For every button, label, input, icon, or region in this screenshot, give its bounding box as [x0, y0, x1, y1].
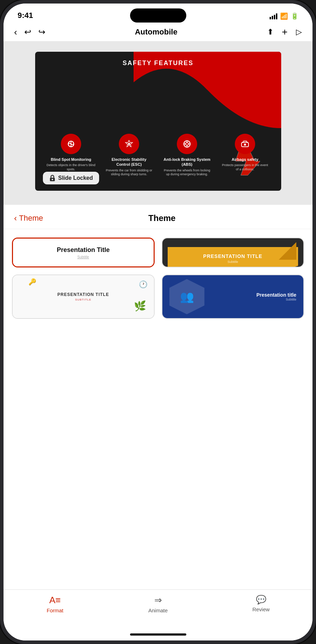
slide-locked-label: Slide Locked: [58, 175, 93, 181]
animate-label: Animate: [148, 607, 168, 613]
slide-feature-desc-0: Detects objects in the driver's blind sp…: [46, 163, 96, 171]
svg-point-4: [186, 143, 188, 145]
slide-feature-title-1: Electronic Stability Control (ESC): [104, 157, 154, 167]
redo-button[interactable]: ↪: [38, 27, 45, 37]
slide-features-row: Blind Spot Monitoring Detects objects in…: [35, 134, 281, 177]
whitepaper-subtitle: Subtitle: [77, 255, 89, 259]
svg-point-2: [128, 143, 130, 145]
whitepaper-label: Whitepaper: [13, 266, 154, 267]
svg-point-12: [52, 179, 53, 180]
nature-clock-icon: 🕐: [139, 280, 148, 289]
phone-frame: 9:41 📶 🔋 ‹ ↩ ↪ Automobile ⬆: [0, 0, 316, 644]
origami-title: PRESENTATION TITLE: [203, 253, 262, 259]
slide-wrapper: SAFETY FEATURES: [35, 52, 281, 191]
play-button[interactable]: ▷: [296, 27, 302, 37]
back-button[interactable]: ‹: [14, 27, 17, 38]
nav-left: ‹ ↩ ↪: [14, 27, 45, 38]
origami-label: Origami: [162, 267, 304, 267]
slide-feature-icon-2: [177, 134, 197, 154]
corp-people-icon: 👥: [180, 290, 194, 303]
whitepaper-preview: Presentation Title Subtitle: [13, 239, 154, 266]
nav-right: ⬆ + ▷: [267, 26, 302, 38]
battery-icon: 🔋: [291, 12, 298, 20]
main-content: SAFETY FEATURES: [4, 41, 312, 589]
chevron-left-icon: ‹: [14, 213, 17, 223]
slide-feature-3: Airbags safety Protects passengers in th…: [220, 134, 270, 177]
theme-card-whitepaper[interactable]: Presentation Title Subtitle Whitepaper: [12, 238, 155, 267]
theme-card-origami[interactable]: PRESENTATION TITLE Subtitle Origami: [162, 238, 304, 267]
slide-feature-1: Electronic Stability Control (ESC) Preve…: [104, 134, 154, 177]
animate-icon: ⇒: [154, 595, 162, 606]
corp-hex: 👥: [169, 279, 205, 314]
home-bar: [130, 633, 186, 636]
signal-icon: [270, 13, 277, 19]
slide-preview-area: SAFETY FEATURES: [4, 41, 312, 205]
phone-screen: 9:41 📶 🔋 ‹ ↩ ↪ Automobile ⬆: [4, 4, 312, 640]
origami-preview: PRESENTATION TITLE Subtitle: [162, 238, 304, 267]
bottom-tab-bar: A≡ Format ⇒ Animate 💬 Review: [4, 589, 312, 628]
slide-locked-badge: Slide Locked: [43, 172, 99, 184]
nature-preview: 🔑 🕐 PRESENTATION TITLE SUBTITLE 🌿: [13, 275, 154, 318]
tab-animate[interactable]: ⇒ Animate: [107, 595, 209, 613]
whitepaper-title: Presentation Title: [57, 246, 110, 254]
wifi-icon: 📶: [280, 12, 288, 20]
theme-card-nature[interactable]: 🔑 🕐 PRESENTATION TITLE SUBTITLE 🌿: [12, 274, 155, 319]
slide-feature-0: Blind Spot Monitoring Detects objects in…: [46, 134, 96, 177]
slide-feature-desc-1: Prevents the car from skidding or slidin…: [104, 169, 154, 177]
tab-review[interactable]: 💬 Review: [209, 595, 312, 612]
slide-content: SAFETY FEATURES: [35, 52, 281, 191]
share-button[interactable]: ⬆: [267, 27, 273, 37]
theme-header: ‹ Theme Theme: [4, 205, 312, 229]
add-button[interactable]: +: [282, 26, 288, 38]
nature-label: [13, 318, 154, 319]
status-time: 9:41: [18, 11, 33, 20]
svg-point-10: [244, 144, 246, 146]
nav-bar: ‹ ↩ ↪ Automobile ⬆ + ▷: [4, 23, 312, 41]
tab-format[interactable]: A≡ Format: [4, 595, 107, 613]
theme-back-button[interactable]: ‹ Theme: [14, 213, 43, 223]
corp-subtitle: Subtitle: [256, 298, 296, 301]
slide-feature-title-2: Anti-lock Braking System (ABS): [162, 157, 212, 167]
slide-feature-title-3: Airbags safety: [232, 157, 258, 162]
slide-feature-desc-3: Protects passengers in the event of a co…: [220, 163, 270, 171]
theme-title: Theme: [43, 213, 281, 223]
origami-banner: PRESENTATION TITLE Subtitle: [168, 247, 298, 267]
theme-back-label[interactable]: Theme: [19, 214, 43, 223]
corp-title: Presentation title: [256, 292, 296, 298]
home-indicator: [4, 628, 312, 640]
dynamic-island: [130, 8, 186, 23]
slide-feature-title-0: Blind Spot Monitoring: [51, 157, 91, 162]
app-title: Automobile: [135, 27, 178, 37]
nature-leaf-icon: 🌿: [134, 300, 146, 312]
nature-title: PRESENTATION TITLE: [57, 292, 109, 297]
corp-text: Presentation title Subtitle: [256, 292, 296, 301]
review-icon: 💬: [256, 595, 266, 605]
format-label: Format: [47, 607, 64, 613]
status-icons: 📶 🔋: [270, 12, 298, 20]
lock-icon: [49, 175, 56, 182]
slide-feature-2: Anti-lock Braking System (ABS) Prevents …: [162, 134, 212, 177]
nature-hanger-icon: 🔑: [28, 278, 36, 286]
undo-button[interactable]: ↩: [24, 27, 31, 37]
origami-subtitle: Subtitle: [227, 260, 238, 264]
corporate-label: [162, 318, 304, 319]
theme-card-corporate[interactable]: 👥 Presentation title Subtitle: [162, 274, 304, 319]
theme-grid: Presentation Title Subtitle Whitepaper P…: [4, 229, 312, 327]
nature-subtitle: SUBTITLE: [75, 298, 91, 301]
format-icon: A≡: [49, 595, 61, 606]
theme-panel: ‹ Theme Theme Presentation Title Subtitl…: [4, 205, 312, 589]
corporate-preview: 👥 Presentation title Subtitle: [162, 275, 304, 318]
slide-feature-desc-2: Prevents the wheels from locking up duri…: [162, 169, 212, 177]
slide-feature-icon-3: [235, 134, 255, 154]
slide-feature-icon-0: [61, 134, 81, 154]
slide-title: SAFETY FEATURES: [35, 59, 281, 67]
slide-feature-icon-1: [119, 134, 139, 154]
review-label: Review: [252, 606, 270, 612]
